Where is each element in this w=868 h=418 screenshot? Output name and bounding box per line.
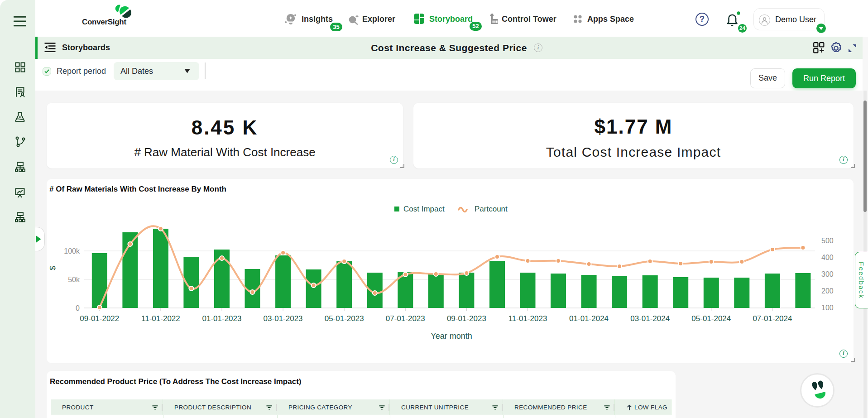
svg-text:500: 500 (821, 237, 834, 245)
svg-text:09-01-2022: 09-01-2022 (80, 314, 119, 323)
svg-text:300: 300 (821, 270, 834, 278)
svg-text:03-01-2023: 03-01-2023 (264, 314, 303, 323)
svg-text:400: 400 (821, 254, 834, 261)
svg-text:100: 100 (821, 304, 834, 312)
svg-text:05-01-2024: 05-01-2024 (691, 314, 731, 323)
svg-text:50k: 50k (68, 276, 80, 283)
svg-text:01-01-2023: 01-01-2023 (202, 314, 242, 323)
svg-text:01-01-2024: 01-01-2024 (569, 314, 609, 323)
svg-text:200: 200 (821, 287, 834, 295)
svg-text:100k: 100k (64, 247, 80, 255)
svg-text:03-01-2024: 03-01-2024 (630, 314, 670, 323)
svg-text:07-01-2023: 07-01-2023 (386, 314, 425, 323)
svg-text:05-01-2023: 05-01-2023 (325, 314, 364, 323)
svg-text:09-01-2023: 09-01-2023 (447, 314, 486, 323)
svg-text:Partcount: Partcount (475, 205, 508, 213)
svg-text:Cost Impact: Cost Impact (403, 205, 445, 213)
svg-text:11-01-2022: 11-01-2022 (141, 314, 180, 323)
svg-text:Year month: Year month (431, 332, 472, 341)
svg-text:0: 0 (76, 304, 80, 312)
svg-text:07-01-2024: 07-01-2024 (753, 314, 792, 323)
svg-text:$: $ (48, 266, 57, 270)
svg-text:11-01-2023: 11-01-2023 (508, 314, 547, 323)
